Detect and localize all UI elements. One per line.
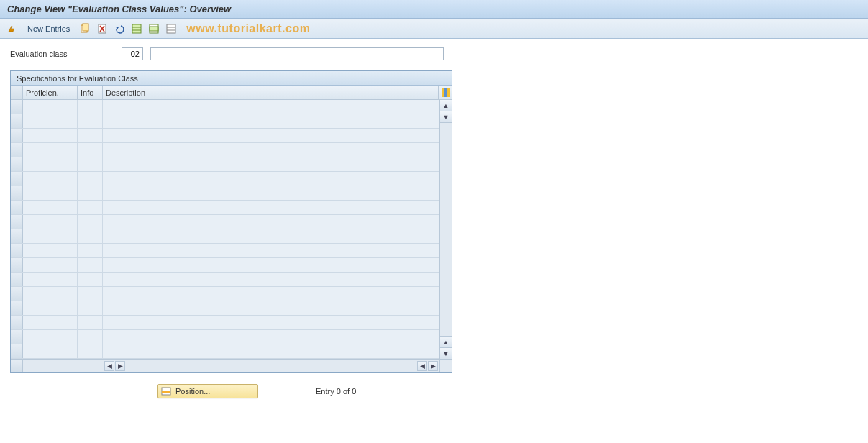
row-selector[interactable] bbox=[11, 287, 23, 301]
vertical-scrollbar[interactable]: ▲ ▼ ▲ ▼ bbox=[439, 100, 452, 359]
scroll-up-icon[interactable]: ▲ bbox=[440, 100, 452, 111]
column-info[interactable]: Info bbox=[78, 86, 103, 99]
table-row bbox=[11, 114, 452, 129]
table-header: Proficien. Info Description bbox=[11, 86, 452, 100]
svg-rect-9 bbox=[150, 27, 158, 31]
row-selector[interactable] bbox=[11, 330, 23, 344]
row-selector[interactable] bbox=[11, 100, 23, 114]
table-row bbox=[11, 273, 452, 287]
row-selector[interactable] bbox=[11, 215, 23, 229]
column-description[interactable]: Description bbox=[103, 86, 439, 99]
row-selector[interactable] bbox=[11, 244, 23, 257]
table-row bbox=[11, 143, 452, 157]
table-row bbox=[11, 344, 452, 359]
eval-class-code-input[interactable] bbox=[122, 47, 143, 60]
row-selector[interactable] bbox=[11, 201, 23, 214]
table: Proficien. Info Description bbox=[11, 86, 452, 372]
row-selector[interactable] bbox=[11, 344, 23, 358]
new-entries-button[interactable]: New Entries bbox=[23, 23, 74, 35]
scroll-up-step-icon[interactable]: ▲ bbox=[440, 336, 452, 347]
scroll-down-step-icon[interactable]: ▼ bbox=[440, 111, 452, 123]
watermark-text: www.tutorialkart.com bbox=[186, 22, 310, 35]
eval-class-desc-input[interactable] bbox=[150, 47, 444, 60]
panel-header: Specifications for Evaluation Class bbox=[11, 71, 452, 86]
undo-icon[interactable] bbox=[113, 22, 126, 35]
row-selector[interactable] bbox=[11, 273, 23, 286]
table-row bbox=[11, 244, 452, 258]
svg-rect-13 bbox=[442, 88, 444, 97]
table-row bbox=[11, 157, 452, 172]
table-row bbox=[11, 215, 452, 229]
hscroll-right2-icon[interactable]: ▶ bbox=[428, 361, 438, 371]
select-all-icon[interactable] bbox=[130, 22, 143, 35]
other-view-icon[interactable] bbox=[6, 22, 19, 35]
svg-rect-14 bbox=[444, 88, 447, 97]
title-bar: Change View "Evaluation Class Values": O… bbox=[0, 0, 868, 19]
table-row bbox=[11, 330, 452, 344]
hscroll-right-icon[interactable]: ▶ bbox=[115, 361, 125, 371]
table-row bbox=[11, 316, 452, 330]
svg-rect-15 bbox=[447, 88, 450, 97]
hscroll-left-icon[interactable]: ◀ bbox=[104, 361, 114, 371]
table-body: ▲ ▼ ▲ ▼ bbox=[11, 100, 452, 359]
position-label: Position... bbox=[175, 387, 210, 396]
select-block-icon[interactable] bbox=[147, 22, 160, 35]
row-selector[interactable] bbox=[11, 301, 23, 315]
table-row bbox=[11, 201, 452, 215]
table-row bbox=[11, 172, 452, 186]
table-row bbox=[11, 129, 452, 143]
position-icon bbox=[161, 386, 171, 396]
horizontal-scrollbar: ◀ ▶ ◀ ▶ bbox=[11, 359, 452, 372]
row-selector[interactable] bbox=[11, 114, 23, 128]
table-row bbox=[11, 258, 452, 273]
footer: Position... Entry 0 of 0 bbox=[10, 384, 858, 398]
scroll-track[interactable] bbox=[440, 123, 452, 336]
svg-rect-17 bbox=[162, 391, 170, 393]
table-config-icon[interactable] bbox=[439, 86, 452, 99]
delete-icon[interactable] bbox=[96, 22, 109, 35]
toolbar: New Entries www.tutorialkart.com bbox=[0, 19, 868, 39]
row-selector[interactable] bbox=[11, 143, 23, 157]
entry-counter: Entry 0 of 0 bbox=[316, 387, 356, 396]
specifications-panel: Specifications for Evaluation Class Prof… bbox=[10, 70, 452, 373]
table-row bbox=[11, 100, 452, 114]
deselect-all-icon[interactable] bbox=[165, 22, 178, 35]
row-selector[interactable] bbox=[11, 172, 23, 186]
content-area: Evaluation class Specifications for Eval… bbox=[0, 39, 868, 407]
table-row bbox=[11, 287, 452, 301]
copy-icon[interactable] bbox=[78, 22, 91, 35]
row-selector[interactable] bbox=[11, 129, 23, 142]
scroll-down-icon[interactable]: ▼ bbox=[440, 347, 452, 359]
column-selector[interactable] bbox=[11, 86, 23, 99]
column-proficien[interactable]: Proficien. bbox=[23, 86, 78, 99]
svg-rect-5 bbox=[132, 24, 141, 33]
hscroll-left2-icon[interactable]: ◀ bbox=[417, 361, 427, 371]
position-button[interactable]: Position... bbox=[157, 384, 258, 398]
eval-class-row: Evaluation class bbox=[10, 47, 858, 60]
table-row bbox=[11, 229, 452, 244]
page-title: Change View "Evaluation Class Values": O… bbox=[7, 4, 231, 14]
table-row bbox=[11, 301, 452, 316]
row-selector[interactable] bbox=[11, 186, 23, 200]
svg-rect-1 bbox=[83, 24, 88, 31]
row-selector[interactable] bbox=[11, 157, 23, 171]
eval-class-label: Evaluation class bbox=[10, 50, 114, 58]
table-row bbox=[11, 186, 452, 201]
row-selector[interactable] bbox=[11, 316, 23, 329]
svg-rect-10 bbox=[167, 24, 175, 33]
row-selector[interactable] bbox=[11, 229, 23, 243]
row-selector[interactable] bbox=[11, 258, 23, 272]
